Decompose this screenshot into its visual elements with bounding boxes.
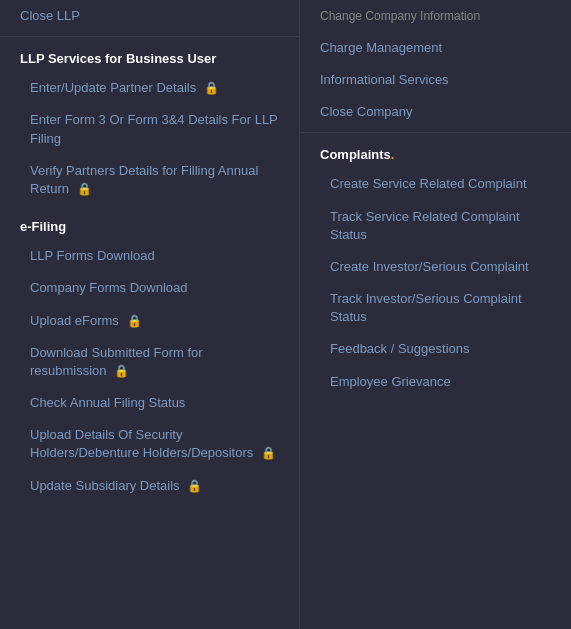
menu-item-download-submitted[interactable]: Download Submitted Form for resubmission… bbox=[0, 337, 299, 387]
menu-item-feedback-suggestions[interactable]: Feedback / Suggestions bbox=[300, 333, 571, 365]
lock-icon-2: 🔒 bbox=[77, 181, 92, 198]
lock-icon-upload-security: 🔒 bbox=[261, 445, 276, 462]
menu-item-upload-security[interactable]: Upload Details Of Security Holders/Deben… bbox=[0, 419, 299, 469]
left-panel: Close LLP LLP Services for Business User… bbox=[0, 0, 300, 629]
menu-item-check-annual-filing[interactable]: Check Annual Filing Status bbox=[0, 387, 299, 419]
menu-item-enter-update-partner[interactable]: Enter/Update Partner Details 🔒 bbox=[0, 72, 299, 104]
menu-item-informational-services[interactable]: Informational Services bbox=[300, 64, 571, 96]
divider-1 bbox=[0, 36, 299, 37]
menu-item-employee-grievance[interactable]: Employee Grievance bbox=[300, 366, 571, 398]
menu-item-verify-partners[interactable]: Verify Partners Details for Filling Annu… bbox=[0, 155, 299, 205]
menu-item-charge-company-info[interactable]: Change Company Information bbox=[300, 0, 571, 32]
menu-item-upload-eforms[interactable]: Upload eForms 🔒 bbox=[0, 305, 299, 337]
menu-item-update-subsidiary[interactable]: Update Subsidiary Details 🔒 bbox=[0, 470, 299, 502]
menu-item-close-company[interactable]: Close Company bbox=[300, 96, 571, 128]
lock-icon-0: 🔒 bbox=[204, 80, 219, 97]
llp-services-header: LLP Services for Business User bbox=[0, 41, 299, 72]
divider-right bbox=[300, 132, 571, 133]
lock-icon-update-subsidiary: 🔒 bbox=[187, 478, 202, 495]
lock-icon-upload-eforms: 🔒 bbox=[127, 313, 142, 330]
menu-item-close-llp[interactable]: Close LLP bbox=[0, 0, 299, 32]
efiling-header: e-Filing bbox=[0, 209, 299, 240]
menu-item-create-service-complaint[interactable]: Create Service Related Complaint bbox=[300, 168, 571, 200]
complaints-header: Complaints. bbox=[300, 137, 571, 168]
menu-item-charge-management[interactable]: Charge Management bbox=[300, 32, 571, 64]
menu-item-llp-forms-download[interactable]: LLP Forms Download bbox=[0, 240, 299, 272]
menu-item-company-forms-download[interactable]: Company Forms Download bbox=[0, 272, 299, 304]
right-panel: Change Company Information Charge Manage… bbox=[300, 0, 571, 629]
menu-item-form3[interactable]: Enter Form 3 Or Form 3&4 Details For LLP… bbox=[0, 104, 299, 154]
menu-item-track-service-complaint[interactable]: Track Service Related Complaint Status bbox=[300, 201, 571, 251]
lock-icon-download-submitted: 🔒 bbox=[114, 363, 129, 380]
menu-item-track-investor-complaint[interactable]: Track Investor/Serious Complaint Status bbox=[300, 283, 571, 333]
menu-item-create-investor-complaint[interactable]: Create Investor/Serious Complaint bbox=[300, 251, 571, 283]
